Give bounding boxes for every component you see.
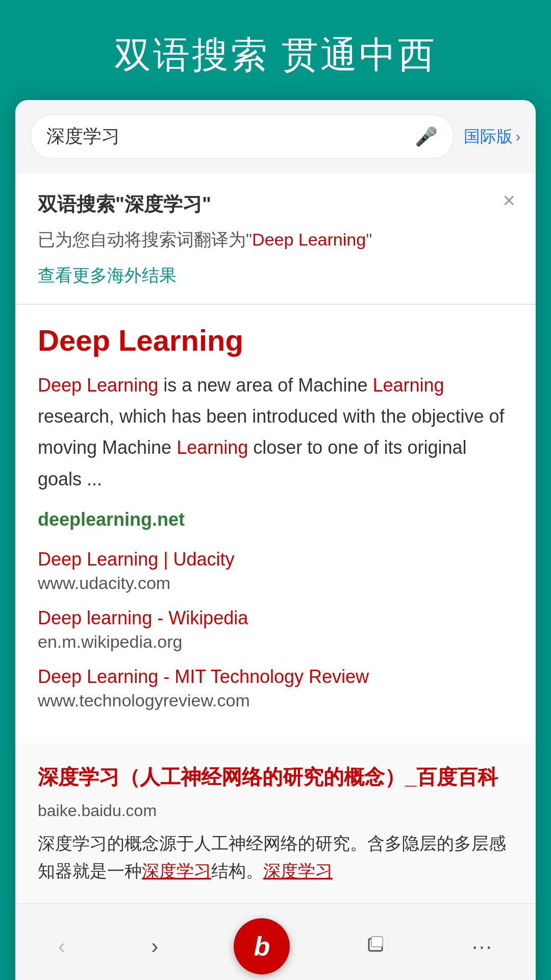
result-main-title[interactable]: Deep Learning (38, 323, 513, 357)
site-name-ext: .net (152, 509, 185, 530)
svg-rect-1 (371, 937, 383, 947)
chinese-result-title[interactable]: 深度学习（人工神经网络的研究的概念）_百度百科 (38, 762, 513, 792)
chevron-right-icon: › (516, 129, 520, 145)
popup-subtitle: 已为您自动将搜索词翻译为"Deep Learning" (38, 227, 513, 253)
popup-subtitle-suffix: " (366, 230, 372, 249)
search-query: 深度学习 (46, 124, 415, 149)
bottom-navigation: ‹ › b ··· (15, 903, 536, 980)
udacity-link-title[interactable]: Deep Learning | Udacity (38, 549, 513, 570)
chinese-result-url: baike.baidu.com (38, 801, 513, 820)
popup-subtitle-prefix: 已为您自动将搜索词翻译为" (38, 230, 252, 249)
wikipedia-link-title[interactable]: Deep learning - Wikipedia (38, 607, 513, 629)
wikipedia-link-url: en.m.wikipedia.org (38, 632, 513, 652)
search-bar-area: 深度学习 🎤 国际版 › (15, 100, 536, 173)
desc-text-1: is a new area of Machine (163, 375, 372, 396)
chinese-results-section: 深度学习（人工神经网络的研究的概念）_百度百科 baike.baidu.com … (15, 743, 536, 903)
mit-link-title[interactable]: Deep Learning - MIT Technology Review (38, 666, 513, 688)
tabs-button[interactable] (356, 928, 396, 964)
back-button[interactable]: ‹ (48, 929, 76, 964)
page-title: 双语搜索 贯通中西 (20, 31, 531, 80)
site-name[interactable]: deeplearning.net (38, 509, 513, 530)
bilingual-popup: × 双语搜索"深度学习" 已为您自动将搜索词翻译为"Deep Learning"… (15, 173, 536, 304)
popup-translated-term: Deep Learning (252, 230, 366, 249)
search-input-wrapper[interactable]: 深度学习 🎤 (31, 114, 454, 159)
bing-logo: b (254, 931, 270, 962)
popup-title: 双语搜索"深度学习" (38, 191, 513, 217)
result-link-mit[interactable]: Deep Learning - MIT Technology Review ww… (38, 666, 513, 710)
bing-home-button[interactable]: b (234, 918, 290, 974)
result-description: Deep Learning is a new area of Machine L… (38, 370, 513, 495)
chinese-result-description: 深度学习的概念源于人工神经网络的研究。含多隐层的多层感知器就是一种深度学习结构。… (38, 829, 513, 885)
more-results-link[interactable]: 查看更多海外结果 (38, 264, 513, 287)
lang-switch-button[interactable]: 国际版 › (464, 126, 520, 148)
cn-desc-text-2: 结构。 (211, 861, 263, 880)
desc-deep-learning-1: Deep Learning (38, 375, 158, 396)
result-link-wikipedia[interactable]: Deep learning - Wikipedia en.m.wikipedia… (38, 607, 513, 652)
mit-link-url: www.technologyreview.com (38, 691, 513, 710)
cn-desc-highlight-2: 深度学习 (263, 861, 333, 880)
lang-switch-label: 国际版 (464, 126, 513, 148)
result-link-udacity[interactable]: Deep Learning | Udacity www.udacity.com (38, 549, 513, 593)
mic-icon[interactable]: 🎤 (415, 126, 438, 148)
more-button[interactable]: ··· (462, 929, 503, 964)
udacity-link-url: www.udacity.com (38, 573, 513, 593)
search-results-section: Deep Learning Deep Learning is a new are… (15, 305, 536, 743)
cn-desc-highlight-1: 深度学习 (142, 861, 211, 880)
forward-button[interactable]: › (141, 929, 168, 964)
desc-learning-2: Learning (177, 437, 248, 458)
site-name-bold: deeplearning (38, 509, 152, 530)
tabs-icon (366, 934, 386, 954)
browser-window: 深度学习 🎤 国际版 › × 双语搜索"深度学习" 已为您自动将搜索词翻译为"D… (15, 100, 536, 980)
close-button[interactable]: × (503, 188, 515, 213)
desc-learning-1: Learning (372, 375, 444, 396)
